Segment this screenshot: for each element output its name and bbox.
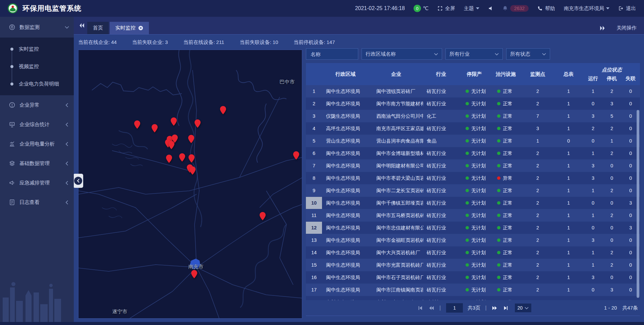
map-pin[interactable] [191, 270, 198, 279]
page-size-select[interactable]: 20 [515, 304, 532, 312]
total-meters-cell: 1 [553, 175, 584, 181]
table-row[interactable]: 2阆中生态环境局阆中市南方节能建材有砖瓦行业无计划正常21030 [306, 98, 640, 110]
sidebar-subitem-label: 实时监控 [19, 46, 39, 52]
industry-select[interactable]: 所有行业 [445, 48, 503, 60]
map-pin[interactable] [151, 124, 158, 133]
phone-icon [537, 6, 543, 11]
table-row[interactable]: 1阆中生态环境局阆中强锐页岩砖厂砖瓦行业无计划正常21120 [306, 85, 640, 97]
map-pin[interactable] [168, 141, 175, 150]
running-count-cell: 0 [584, 101, 602, 106]
table-row[interactable]: 10阆中生态环境局阆中千佛镇五郎垭页岩砖瓦行业无计划正常21003 [306, 197, 640, 209]
record-total-label: 共47条 [622, 305, 638, 311]
total-meters-cell: 1 [553, 188, 584, 193]
map-pin[interactable] [178, 153, 186, 162]
facility-status-label: 正常 [503, 150, 513, 157]
industry-cell: 化工 [423, 113, 459, 119]
production-status-label: 无计划 [471, 113, 486, 119]
tabs-scroll-right-button[interactable] [599, 25, 606, 32]
table-row[interactable]: 17阆中生态环境局阆中市江南镇阆南页岩砖瓦行业无计划正常21030 [306, 284, 640, 296]
sidebar-item-enterprise-power-analysis[interactable]: 企业用电量分析 [0, 134, 74, 154]
table-row[interactable]: 11阆中生态环境局阆中市五马桥页岩机砖砖瓦行业无计划正常21120 [306, 209, 640, 221]
status-dot-icon [497, 214, 500, 217]
map-collapse-button[interactable] [73, 174, 83, 188]
previous-page-button[interactable] [428, 305, 434, 311]
map-pin[interactable] [187, 134, 195, 144]
sidebar-item-enterprise-abnormal[interactable]: 企业异常 [0, 95, 74, 115]
mute-button[interactable] [488, 6, 493, 11]
sidebar-item-label: 企业用电量分析 [19, 141, 55, 147]
tabs-scroll-left-button[interactable] [78, 22, 85, 29]
map-panel[interactable]: 巴中市南充市遂宁市 [78, 50, 302, 319]
sidebar-item-emergency-reduction[interactable]: 应急减排管理 [0, 173, 74, 193]
table-row[interactable]: 4高坪生态环境局南充市高坪区王家店建砖瓦行业无计划正常31220 [306, 122, 640, 134]
total-meters-cell: 1 [553, 262, 584, 268]
first-page-button[interactable] [417, 305, 423, 311]
map-pin[interactable] [188, 154, 195, 163]
sidebar-item-enterprise-statistics[interactable]: 企业综合统计 [0, 115, 74, 134]
last-page-button[interactable] [503, 305, 509, 311]
pagination-bar: | 共3页 | 20 1 - 20 共47条 [306, 300, 640, 316]
status-select[interactable]: 所有状态 [506, 48, 550, 60]
facility-status-label: 正常 [503, 225, 513, 231]
sidebar-item-data-monitoring[interactable]: 数据监测 [0, 17, 74, 38]
sidebar-subitem-realtime-monitoring[interactable]: 实时监控 [0, 40, 74, 58]
production-status-label: 无计划 [471, 138, 486, 144]
stopped-count-cell: 2 [602, 250, 621, 255]
notifications-button[interactable]: 2632 [502, 5, 529, 12]
industry-cell: 砖瓦行业 [423, 101, 459, 107]
table-row[interactable]: 8阆中生态环境局阆中市枣碧大梁山页岩砖瓦行业无计划异常21300 [306, 172, 640, 184]
map-pin[interactable] [219, 106, 227, 115]
map-pin[interactable] [292, 151, 300, 160]
running-count-cell: 3 [584, 163, 602, 168]
status-dot-icon [466, 90, 469, 93]
tab-首页[interactable]: 首页 [87, 22, 109, 34]
industry-cell: 砖瓦行业 [423, 88, 459, 95]
map-pin[interactable] [259, 212, 266, 221]
tab-实时监控[interactable]: 实时监控 [110, 22, 149, 34]
table-row[interactable]: 7阆中生态环境局阆中明阳建材有限公司砖瓦行业无计划正常21300 [306, 160, 640, 172]
org-dropdown[interactable]: 南充市生态环境局 [564, 5, 609, 12]
sidebar-item-log-view[interactable]: 日志查看 [0, 193, 74, 212]
next-page-button[interactable] [492, 305, 498, 311]
column-header: 停限产 [459, 63, 490, 85]
map-pin[interactable] [189, 166, 196, 175]
offline-count-cell: 0 [621, 101, 640, 106]
logout-button[interactable]: 退出 [618, 5, 636, 12]
table-row[interactable]: 5营山生态环境局营山县润丰肉食品有限食品无计划正常10010 [306, 135, 640, 147]
table-row[interactable]: 14阆中生态环境局阆中大兴页岩机砖厂砖瓦行业无计划正常21120 [306, 247, 640, 259]
fullscreen-button[interactable]: 全屏 [437, 5, 455, 12]
sidebar-subitem-enterprise-power-load-detail[interactable]: 企业电力负荷明细 [0, 75, 74, 93]
theme-dropdown[interactable]: 主题 [464, 5, 479, 12]
table-subheader-columns: 运行停机失联 [584, 74, 640, 83]
region-select[interactable]: 行政区域名称 [362, 48, 442, 60]
table-row[interactable]: 13阆中生态环境局阆中市金福旺页岩机砖砖瓦行业无计划正常21300 [306, 234, 640, 246]
tab-close-icon[interactable] [138, 25, 143, 31]
table-row[interactable]: 9阆中生态环境局阆中市二龙长宝页岩砖砖瓦行业无计划正常21120 [306, 184, 640, 197]
table-row[interactable]: 16阆中生态环境局阆中市石子页岩机砖厂砖瓦行业无计划正常21300 [306, 271, 640, 283]
map-pin[interactable] [170, 117, 177, 126]
stopped-count-cell: 2 [602, 89, 621, 94]
table-scrollbar-thumb[interactable] [637, 110, 639, 298]
facility-status-cell: 正常 [490, 262, 522, 268]
sidebar-item-basic-data-management[interactable]: 基础数据管理 [0, 154, 74, 173]
column-header: 监测点 [522, 63, 553, 85]
map-pin[interactable] [165, 154, 173, 164]
table-row[interactable]: 6阆中生态环境局阆中市金博瑞新型墙材砖瓦行业无计划正常21120 [306, 147, 640, 159]
temperature-unit: ℃ [423, 5, 429, 11]
table-row[interactable]: 18南部生态环境局南部县砂化水泥有限公建材加工无计划正常60060 [306, 296, 640, 300]
table-row[interactable]: 3仪陇生态环境局西南油气田分公司川中化工无计划正常71350 [306, 110, 640, 122]
table-row[interactable]: 12阆中生态环境局阆中市忠信建材有限公砖瓦行业无计划正常21003 [306, 222, 640, 234]
map-pin[interactable] [194, 119, 201, 128]
chevron-left-icon [74, 177, 82, 185]
page-number-input[interactable] [446, 303, 463, 313]
production-status-cell: 无计划 [459, 125, 490, 132]
name-search-input[interactable] [310, 51, 354, 57]
table-row[interactable]: 15阆中生态环境局阆中市光富页岩机砖厂砖瓦行业无计划正常21120 [306, 259, 640, 271]
sidebar-subitem-video-monitoring[interactable]: 视频监控 [0, 58, 74, 75]
close-operations-button[interactable]: 关闭操作 [616, 25, 637, 31]
stopped-count-cell: 1 [602, 138, 621, 144]
company-cell: 阆中市光富页岩机砖厂 [369, 262, 423, 268]
help-button[interactable]: 帮助 [537, 5, 555, 12]
production-status-cell: 无计划 [459, 175, 490, 181]
map-pin[interactable] [133, 120, 141, 129]
